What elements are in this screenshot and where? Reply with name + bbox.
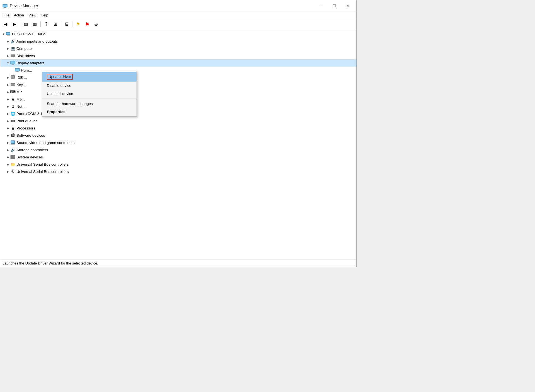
disk-icon xyxy=(10,53,15,58)
status-bar: Launches the Update Driver Wizard for th… xyxy=(0,259,356,267)
monitor-toggle[interactable]: ▶ xyxy=(6,104,10,109)
tree-item-processors[interactable]: ▶ xyxy=(0,132,356,139)
svg-marker-50 xyxy=(12,170,14,170)
tree-item-audio[interactable]: ▶ 🔊 Audio inputs and outputs xyxy=(0,38,356,45)
svg-rect-7 xyxy=(7,35,10,36)
display-label: Display adapters xyxy=(16,61,45,65)
disk-toggle[interactable]: ▶ xyxy=(6,53,10,58)
ctx-uninstall-device-label: Uninstall device xyxy=(47,92,73,96)
tree-root[interactable]: ▼ DESKTOP-TIF04GS xyxy=(0,30,356,38)
computer-icon: 🖥 xyxy=(64,22,69,27)
sound-toggle[interactable]: ▶ xyxy=(6,148,10,152)
svg-rect-25 xyxy=(14,84,15,85)
hid-toggle[interactable]: ▶ xyxy=(6,75,10,80)
ctx-scan-hardware-label: Scan for hardware changes xyxy=(47,102,93,106)
ctx-disable-device[interactable]: Disable device xyxy=(42,82,137,90)
audio-toggle[interactable]: ▶ xyxy=(6,39,10,43)
svg-rect-13 xyxy=(12,64,14,65)
computer-button[interactable]: 🖥 xyxy=(62,20,71,28)
keyboard-toggle[interactable]: ▶ xyxy=(6,90,10,94)
close-button[interactable]: ✕ xyxy=(341,2,354,10)
tree-item-print[interactable]: ▶ 🖨 Processors xyxy=(0,124,356,132)
network-icon: 🌐 xyxy=(10,111,15,116)
ports-icon xyxy=(10,118,15,123)
hid-icon xyxy=(10,75,15,80)
svg-rect-6 xyxy=(7,35,9,35)
tree-item-disk[interactable]: ▶ Disk drives xyxy=(0,52,356,59)
menu-view[interactable]: View xyxy=(26,13,38,18)
flag-icon: ⚑ xyxy=(76,21,80,27)
storage-toggle[interactable]: ▶ xyxy=(6,155,10,159)
audio-icon: 🔊 xyxy=(10,39,15,44)
system-toggle[interactable]: ▶ xyxy=(6,162,10,166)
status-text: Launches the Update Driver Wizard for th… xyxy=(3,261,98,265)
tree-item-computer[interactable]: ▶ 💻 Computer xyxy=(0,45,356,52)
tree-item-usb[interactable]: ▶ Universal Serial Bus controllers xyxy=(0,168,356,175)
display-toggle[interactable]: ▼ xyxy=(6,61,10,65)
remove-button[interactable]: ✖ xyxy=(83,20,91,28)
zoom-icon: ⊞ xyxy=(54,21,57,27)
ctx-separator-1 xyxy=(42,99,137,99)
details-button[interactable]: ▦ xyxy=(31,20,39,28)
monitor-label: Net... xyxy=(16,104,25,109)
ide-label: Key... xyxy=(16,83,26,87)
ctx-update-driver[interactable]: Update driver xyxy=(42,72,137,82)
system-icon: 📁 xyxy=(10,162,15,167)
tree-item-sound[interactable]: ▶ 🔊 Storage controllers xyxy=(0,146,356,153)
toolbar-separator-4 xyxy=(72,21,72,27)
usb-toggle[interactable]: ▶ xyxy=(6,169,10,174)
print-label: Processors xyxy=(16,126,35,130)
toolbar: ◀ ▶ ▤ ▦ ? ⊞ 🖥 ⚑ ✖ ⊕ xyxy=(0,19,356,29)
help-button[interactable]: ? xyxy=(42,20,50,28)
tree-item-system[interactable]: ▶ 📁 Universal Serial Bus controllers xyxy=(0,161,356,168)
system-label: Universal Serial Bus controllers xyxy=(16,162,69,166)
sound-icon: 🔊 xyxy=(10,147,15,152)
tree-item-storage[interactable]: ▶ System devices xyxy=(0,153,356,161)
scan-button[interactable]: ⊕ xyxy=(92,20,100,28)
ctx-properties[interactable]: Properties xyxy=(42,108,137,116)
tree-item-software[interactable]: ▶ Sound, video and game controllers xyxy=(0,139,356,146)
audio-label: Audio inputs and outputs xyxy=(16,39,58,43)
computer-toggle[interactable]: ▶ xyxy=(6,46,10,51)
mic-label: Mo... xyxy=(16,97,25,101)
tree-view[interactable]: ▼ DESKTOP-TIF04GS ▶ 🔊 Audio inputs and o… xyxy=(0,29,356,259)
minimize-button[interactable]: ─ xyxy=(315,2,327,10)
ctx-uninstall-device[interactable]: Uninstall device xyxy=(42,90,137,98)
sound-label: Storage controllers xyxy=(16,148,48,152)
back-button[interactable]: ◀ xyxy=(1,20,10,28)
svg-rect-9 xyxy=(11,54,15,55)
svg-rect-5 xyxy=(7,33,10,35)
add-flag-button[interactable]: ⚑ xyxy=(74,20,82,28)
processors-toggle[interactable]: ▶ xyxy=(6,133,10,138)
zoom-button[interactable]: ⊞ xyxy=(51,20,59,28)
svg-rect-31 xyxy=(12,134,14,136)
svg-rect-18 xyxy=(16,72,19,72)
print-toggle[interactable]: ▶ xyxy=(6,126,10,130)
menu-action[interactable]: Action xyxy=(12,13,26,18)
ide-toggle[interactable]: ▶ xyxy=(6,82,10,87)
show-all-button[interactable]: ▤ xyxy=(22,20,30,28)
hid-label: IDE ... xyxy=(16,75,27,80)
tree-item-display[interactable]: ▼ Display adapters xyxy=(0,59,356,67)
title-bar: Device Manager ─ □ ✕ xyxy=(0,0,356,11)
svg-rect-21 xyxy=(13,76,14,78)
maximize-button[interactable]: □ xyxy=(328,2,341,10)
context-menu: Update driver Disable device Uninstall d… xyxy=(42,71,137,117)
root-icon xyxy=(6,31,11,36)
usb-icon xyxy=(10,169,15,174)
tree-item-ports[interactable]: ▶ Print queues xyxy=(0,117,356,124)
toolbar-separator-1 xyxy=(20,21,20,27)
ctx-scan-hardware[interactable]: Scan for hardware changes xyxy=(42,100,137,108)
root-toggle[interactable]: ▼ xyxy=(1,32,6,36)
svg-rect-1 xyxy=(3,5,7,7)
software-toggle[interactable]: ▶ xyxy=(6,140,10,145)
forward-button[interactable]: ▶ xyxy=(10,20,19,28)
mic-toggle[interactable]: ▶ xyxy=(6,97,10,101)
menu-file[interactable]: File xyxy=(1,13,12,18)
ctx-disable-device-label: Disable device xyxy=(47,84,71,88)
monitor-icon: 🖥 xyxy=(10,104,15,109)
svg-rect-12 xyxy=(11,62,15,64)
network-toggle[interactable]: ▶ xyxy=(6,111,10,116)
ports-toggle[interactable]: ▶ xyxy=(6,119,10,123)
menu-help[interactable]: Help xyxy=(38,13,50,18)
